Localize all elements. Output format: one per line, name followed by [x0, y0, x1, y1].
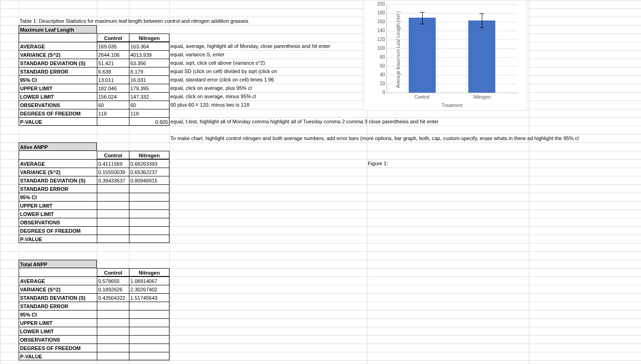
- t2-nitrogen-cell[interactable]: [129, 184, 169, 193]
- t3-nitrogen-cell[interactable]: 2.30267402: [129, 285, 169, 293]
- t2-row-label[interactable]: OBSERVATIONS: [19, 218, 97, 226]
- t1-row-label[interactable]: DEGREES OF FREEDOM: [19, 109, 97, 117]
- t1-control-cell[interactable]: 118: [97, 109, 129, 117]
- t1-control-cell[interactable]: 13.011: [97, 75, 129, 84]
- t1-row-label[interactable]: AVERAGE: [19, 42, 97, 50]
- t1-nitrogen-cell[interactable]: 60: [129, 101, 169, 109]
- t2-control-cell[interactable]: 0.15550039: [97, 168, 129, 176]
- t1-nitrogen-cell[interactable]: 163.364: [129, 42, 169, 50]
- t1-nitrogen-cell[interactable]: 0.605: [129, 117, 169, 126]
- t1-nitrogen-cell[interactable]: 16.031: [129, 75, 169, 84]
- t3-nitrogen-cell[interactable]: [129, 335, 169, 344]
- col-control-3[interactable]: Control: [97, 268, 129, 276]
- t3-control-cell[interactable]: [97, 335, 129, 344]
- t3-control-cell[interactable]: [97, 352, 129, 360]
- table2-section[interactable]: Alive ANPP: [19, 142, 97, 151]
- t3-row-label[interactable]: 95% CI: [19, 310, 97, 318]
- t2-nitrogen-cell[interactable]: [129, 209, 169, 218]
- t3-control-cell[interactable]: [97, 302, 129, 310]
- t3-control-cell[interactable]: 0.1892626: [97, 285, 129, 293]
- t3-nitrogen-cell[interactable]: [129, 344, 169, 352]
- t1-row-label[interactable]: LOWER LIMIT: [19, 92, 97, 101]
- t1-note[interactable]: equal, sqrt, click cell above (variance …: [169, 59, 266, 67]
- t2-row-label[interactable]: AVERAGE: [19, 159, 97, 168]
- t2-nitrogen-cell[interactable]: [129, 193, 169, 201]
- table1-title[interactable]: Table 1: Descriptive Statistics for maxi…: [19, 17, 250, 25]
- t2-control-cell[interactable]: [97, 193, 129, 201]
- t1-control-cell[interactable]: 2644.106: [97, 50, 129, 59]
- t2-row-label[interactable]: DEGREES OF FREEDOM: [19, 226, 97, 235]
- t2-control-cell[interactable]: 0.4111569: [97, 159, 129, 168]
- t1-note[interactable]: equal SD (click on cell) divided by sqrt…: [169, 67, 278, 75]
- t3-row-label[interactable]: P-VALUE: [19, 352, 97, 360]
- t2-control-cell[interactable]: [97, 218, 129, 226]
- chart-note[interactable]: To make chart, highlight control nitroge…: [169, 134, 580, 142]
- t3-row-label[interactable]: STANDARD DEVIATION (S): [19, 293, 97, 302]
- figure-label[interactable]: Figure 1:: [367, 159, 389, 168]
- blank-rowhead[interactable]: [19, 34, 97, 42]
- t1-row-label[interactable]: STANDARD DEVIATION (S): [19, 59, 97, 67]
- t3-row-label[interactable]: OBSERVATIONS: [19, 335, 97, 344]
- t2-nitrogen-cell[interactable]: 0.68263393: [129, 159, 169, 168]
- col-control-1[interactable]: Control: [97, 34, 129, 42]
- t2-control-cell[interactable]: 0.39433537: [97, 176, 129, 184]
- t2-nitrogen-cell[interactable]: 0.65362237: [129, 168, 169, 176]
- t2-nitrogen-cell[interactable]: [129, 218, 169, 226]
- t3-row-label[interactable]: AVERAGE: [19, 276, 97, 285]
- t2-control-cell[interactable]: [97, 201, 129, 209]
- blank-rowhead-3[interactable]: [19, 268, 97, 276]
- t1-nitrogen-cell[interactable]: 147.332: [129, 92, 169, 101]
- t3-control-cell[interactable]: [97, 327, 129, 335]
- t2-nitrogen-cell[interactable]: 0.80846915: [129, 176, 169, 184]
- t3-row-label[interactable]: VARIANCE (S^2): [19, 285, 97, 293]
- t2-control-cell[interactable]: [97, 226, 129, 235]
- table1-section[interactable]: Maximum Leaf Length: [19, 25, 97, 34]
- t1-row-label[interactable]: STANDARD ERROR: [19, 67, 97, 75]
- t2-row-label[interactable]: 95% CI: [19, 193, 97, 201]
- t1-control-cell[interactable]: [97, 117, 129, 126]
- spreadsheet-grid[interactable]: Table 1: Descriptive Statistics for maxi…: [0, 0, 641, 364]
- t3-nitrogen-cell[interactable]: [129, 327, 169, 335]
- col-nitrogen-2[interactable]: Nitrogen: [129, 151, 169, 159]
- t1-nitrogen-cell[interactable]: 4013.939: [129, 50, 169, 59]
- t2-control-cell[interactable]: [97, 184, 129, 193]
- t3-nitrogen-cell[interactable]: 1.51745643: [129, 293, 169, 302]
- t2-control-cell[interactable]: [97, 209, 129, 218]
- t1-row-label[interactable]: VARIANCE (S^2): [19, 50, 97, 59]
- t2-row-label[interactable]: P-VALUE: [19, 235, 97, 243]
- t3-control-cell[interactable]: [97, 310, 129, 318]
- t2-control-cell[interactable]: [97, 235, 129, 243]
- table3-section[interactable]: Total ANPP: [19, 260, 97, 268]
- t2-row-label[interactable]: STANDARD ERROR: [19, 184, 97, 193]
- t1-nitrogen-cell[interactable]: 8.179: [129, 67, 169, 75]
- col-nitrogen-3[interactable]: Nitrogen: [129, 268, 169, 276]
- col-nitrogen-1[interactable]: Nitrogen: [129, 34, 169, 42]
- t1-row-label[interactable]: P-VALUE: [19, 117, 97, 126]
- t1-nitrogen-cell[interactable]: 63.356: [129, 59, 169, 67]
- t1-control-cell[interactable]: 60: [97, 101, 129, 109]
- t1-control-cell[interactable]: 169.035: [97, 42, 129, 50]
- bar-chart[interactable]: Average Maximum Leaf Length (mm) 0204060…: [363, 0, 527, 111]
- t1-note[interactable]: equal, click on average, minus 95% cl: [169, 92, 257, 101]
- t1-control-cell[interactable]: 51.421: [97, 59, 129, 67]
- t3-control-cell[interactable]: 0.578655: [97, 276, 129, 285]
- t2-row-label[interactable]: UPPER LIMIT: [19, 201, 97, 209]
- t2-nitrogen-cell[interactable]: [129, 235, 169, 243]
- t3-row-label[interactable]: LOWER LIMIT: [19, 327, 97, 335]
- t3-control-cell[interactable]: [97, 318, 129, 327]
- t1-note[interactable]: equal, click on average, plus 95% cl: [169, 84, 253, 92]
- t1-nitrogen-cell[interactable]: 118: [129, 109, 169, 117]
- t1-note[interactable]: 60 plus 60 = 120, minus two is 118: [169, 101, 250, 109]
- t1-control-cell[interactable]: 6.638: [97, 67, 129, 75]
- t1-nitrogen-cell[interactable]: 179.395: [129, 84, 169, 92]
- t3-control-cell[interactable]: 0.43504322: [97, 293, 129, 302]
- t2-row-label[interactable]: VARIANCE (S^2): [19, 168, 97, 176]
- t1-row-label[interactable]: 95% CI: [19, 75, 97, 84]
- col-control-2[interactable]: Control: [97, 151, 129, 159]
- t1-note[interactable]: equal, variance.S, enter: [169, 50, 225, 59]
- t1-row-label[interactable]: OBSERVATIONS: [19, 101, 97, 109]
- t2-row-label[interactable]: STANDARD DEVIATION (S): [19, 176, 97, 184]
- t1-note[interactable]: equal, standard error (click on cell) ti…: [169, 75, 275, 84]
- t3-nitrogen-cell[interactable]: [129, 318, 169, 327]
- t3-row-label[interactable]: STANDARD ERROR: [19, 302, 97, 310]
